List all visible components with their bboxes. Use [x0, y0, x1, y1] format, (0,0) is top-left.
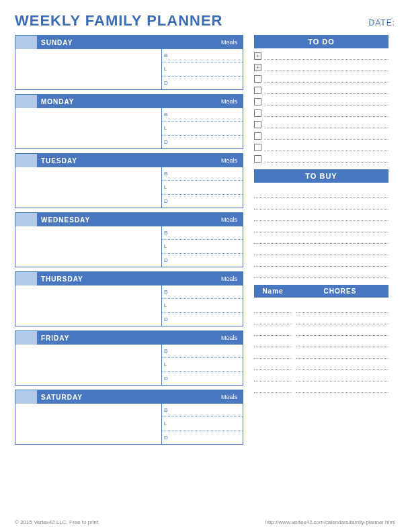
meal-breakfast-input[interactable]: B [162, 404, 243, 417]
todo-line-input[interactable] [265, 155, 388, 163]
header: WEEKLY FAMILY PLANNER DATE: [15, 12, 395, 30]
chores-chore-input[interactable] [296, 324, 388, 336]
meal-dinner-input[interactable]: D [162, 254, 243, 267]
meal-dinner-input[interactable]: D [162, 136, 243, 148]
day-header: THURSDAYMeals [15, 272, 243, 285]
tobuy-line-input[interactable] [254, 210, 388, 221]
checkbox[interactable] [254, 121, 261, 128]
todo-line-input[interactable] [265, 64, 388, 71]
checkbox[interactable] [254, 87, 261, 94]
day-notes-input[interactable] [15, 404, 162, 444]
meal-lunch-input[interactable]: L [162, 358, 243, 371]
meal-breakfast-input[interactable]: B [162, 108, 243, 122]
todo-item [254, 98, 388, 105]
chores-name-input[interactable] [254, 302, 292, 313]
todo-line-input[interactable] [265, 87, 388, 94]
day-body: BLD [15, 285, 243, 326]
tobuy-line-input[interactable] [254, 267, 388, 278]
day-notes-input[interactable] [15, 345, 162, 385]
meal-breakfast-input[interactable]: B [162, 167, 243, 181]
day-notes-input[interactable] [15, 49, 162, 89]
chores-chore-input[interactable] [296, 336, 388, 347]
checkbox[interactable] [254, 155, 261, 163]
todo-line-input[interactable] [265, 121, 388, 128]
tobuy-line-input[interactable] [254, 221, 388, 232]
day-header: SUNDAYMeals [15, 36, 243, 49]
meal-lunch-input[interactable]: L [162, 417, 243, 431]
todo-line-input[interactable] [265, 75, 388, 83]
meal-breakfast-input[interactable]: B [162, 285, 243, 299]
chores-chore-input[interactable] [296, 302, 388, 313]
meal-column: BLD [162, 108, 243, 148]
meal-dinner-input[interactable]: D [162, 313, 243, 326]
chores-name-input[interactable] [254, 336, 292, 347]
day-block: MONDAYMealsBLD [15, 94, 243, 149]
checkbox[interactable] [254, 132, 261, 140]
meal-lunch-input[interactable]: L [162, 122, 243, 135]
footer-copyright: © 2015 Vertex42 LLC. Free to print. [15, 519, 99, 525]
chores-name-input[interactable] [254, 370, 292, 382]
chores-name-input[interactable] [254, 324, 292, 336]
checkbox[interactable] [254, 75, 261, 83]
meal-column: BLD [162, 167, 243, 208]
checkbox[interactable] [254, 144, 261, 151]
meal-breakfast-input[interactable]: B [162, 49, 243, 62]
chores-row [254, 302, 388, 313]
chores-name-input[interactable] [254, 347, 292, 359]
checkbox[interactable] [254, 109, 261, 117]
day-block: WEDNESDAYMealsBLD [15, 212, 243, 267]
todo-line-input[interactable] [265, 98, 388, 105]
day-notes-input[interactable] [15, 167, 162, 208]
todo-line-input[interactable] [265, 109, 388, 117]
chores-chore-input[interactable] [296, 347, 388, 359]
meal-lunch-input[interactable]: L [162, 62, 243, 76]
day-tab [15, 390, 37, 404]
todo-line-input[interactable] [265, 132, 388, 140]
meal-dinner-input[interactable]: D [162, 372, 243, 385]
page: WEEKLY FAMILY PLANNER DATE: SUNDAYMealsB… [15, 12, 395, 525]
day-notes-input[interactable] [15, 226, 162, 267]
meal-lunch-input[interactable]: L [162, 181, 243, 194]
day-header: MONDAYMeals [15, 95, 243, 108]
todo-item: + [254, 64, 388, 71]
tobuy-line-input[interactable] [254, 198, 388, 210]
meal-dinner-input[interactable]: D [162, 431, 243, 444]
todo-item: + [254, 52, 388, 60]
meal-column: BLD [162, 49, 243, 89]
day-notes-input[interactable] [15, 108, 162, 148]
todo-line-input[interactable] [265, 144, 388, 151]
chores-chore-input[interactable] [296, 382, 388, 393]
day-block: THURSDAYMealsBLD [15, 271, 243, 326]
chores-list [254, 302, 388, 393]
meal-lunch-input[interactable]: L [162, 299, 243, 312]
day-notes-input[interactable] [15, 285, 162, 326]
meal-lunch-input[interactable]: L [162, 240, 243, 253]
checkbox[interactable] [254, 98, 261, 105]
day-block: SATURDAYMealsBLD [15, 390, 243, 445]
chores-chores-header: CHORES [292, 287, 388, 295]
meal-dinner-input[interactable]: D [162, 77, 243, 89]
todo-item [254, 132, 388, 140]
chores-chore-input[interactable] [296, 313, 388, 324]
meal-breakfast-input[interactable]: B [162, 226, 243, 240]
day-name: SUNDAY [37, 36, 216, 49]
plus-icon[interactable]: + [254, 52, 261, 60]
chores-name-input[interactable] [254, 313, 292, 324]
chores-name-header: Name [254, 287, 292, 295]
todo-line-input[interactable] [265, 52, 388, 60]
plus-icon[interactable]: + [254, 64, 261, 71]
chores-name-input[interactable] [254, 382, 292, 393]
todo-item [254, 75, 388, 83]
meal-breakfast-input[interactable]: B [162, 345, 243, 358]
chores-chore-input[interactable] [296, 370, 388, 382]
chores-name-input[interactable] [254, 359, 292, 370]
chores-chore-input[interactable] [296, 359, 388, 370]
day-name: TUESDAY [37, 154, 216, 167]
tobuy-line-input[interactable] [254, 244, 388, 255]
chores-row [254, 382, 388, 393]
meal-dinner-input[interactable]: D [162, 195, 243, 208]
tobuy-line-input[interactable] [254, 187, 388, 198]
tobuy-line-input[interactable] [254, 232, 388, 244]
day-block: FRIDAYMealsBLD [15, 330, 243, 386]
tobuy-line-input[interactable] [254, 255, 388, 267]
